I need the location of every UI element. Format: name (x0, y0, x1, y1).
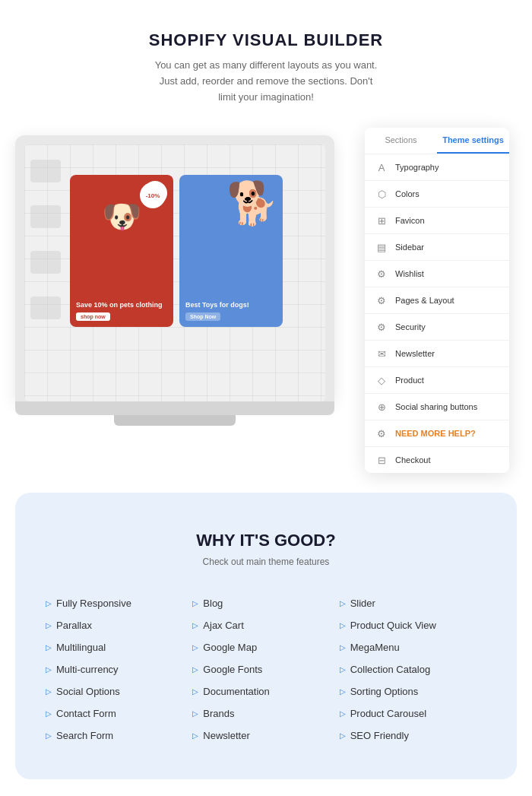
why-subtitle: Check out main theme features (46, 557, 486, 567)
laptop-base (15, 401, 334, 415)
bullet-icon: ▷ (46, 621, 52, 630)
bullet-icon: ▷ (46, 687, 52, 696)
feature-google-fonts: ▷ Google Fonts (192, 664, 339, 675)
why-title: WHY IT'S GOOD? (46, 531, 486, 550)
bullet-icon: ▷ (340, 687, 346, 696)
feature-col-3: ▷ Slider ▷ Product Quick View ▷ MegaMenu… (340, 598, 486, 741)
newsletter-icon: ✉ (375, 347, 388, 360)
feature-label: Multilingual (56, 642, 106, 653)
panel-label-typography: Typography (395, 163, 439, 172)
panel-label-favicon: Favicon (395, 216, 425, 225)
tab-sections[interactable]: Sections (365, 128, 437, 154)
panel-item-product[interactable]: ◇ Product (365, 367, 509, 394)
bullet-icon: ▷ (192, 643, 198, 652)
panel-tabs: Sections Theme settings (365, 128, 509, 154)
builder-visual: -10% 🐶 Save 10% on pets clothing shop no… (0, 128, 532, 477)
feature-newsletter: ▷ Newsletter (192, 730, 339, 741)
feature-label: Slider (350, 598, 375, 609)
feature-slider: ▷ Slider (340, 598, 486, 609)
panel-label-help: NEED MORE HELP? (395, 429, 476, 438)
feature-multilingual: ▷ Multilingual (46, 642, 192, 653)
badge-discount: -10% (140, 182, 166, 208)
panel-item-typography[interactable]: A Typography (365, 154, 509, 181)
panel-label-security: Security (395, 322, 426, 331)
bullet-icon: ▷ (46, 731, 52, 740)
feature-label: Blog (203, 598, 223, 609)
favicon-icon: ⊞ (375, 214, 388, 227)
social-icon: ⊕ (375, 401, 388, 413)
laptop-stand (114, 415, 236, 426)
feature-parallax: ▷ Parallax (46, 620, 192, 631)
feature-product-carousel: ▷ Product Carousel (340, 708, 486, 719)
panel-item-wishlist[interactable]: ⚙ Wishlist (365, 261, 509, 287)
bullet-icon: ▷ (46, 643, 52, 652)
tab-theme-settings[interactable]: Theme settings (437, 128, 509, 154)
feature-product-quick-view: ▷ Product Quick View (340, 620, 486, 631)
panel-label-colors: Colors (395, 189, 420, 198)
bullet-icon: ▷ (46, 599, 52, 607)
feature-label: Contact Form (56, 708, 116, 719)
panel-item-checkout[interactable]: ⊟ Checkout (365, 447, 509, 473)
feature-seo-friendly: ▷ SEO Friendly (340, 730, 486, 741)
bullet-icon: ▷ (340, 643, 346, 652)
feature-label: Social Options (56, 686, 120, 697)
panel-item-help[interactable]: ⚙ NEED MORE HELP? (365, 420, 509, 447)
feature-label: Product Quick View (350, 620, 436, 631)
panel-label-sidebar: Sidebar (395, 243, 424, 252)
feature-label: Newsletter (203, 730, 249, 741)
feature-col-2: ▷ Blog ▷ Ajax Cart ▷ Google Map ▷ Google… (192, 598, 339, 741)
feature-collection-catalog: ▷ Collection Catalog (340, 664, 486, 675)
feature-label: Parallax (56, 620, 92, 631)
pages-icon: ⚙ (375, 294, 388, 306)
panel-item-social[interactable]: ⊕ Social sharing buttons (365, 394, 509, 420)
panel-label-wishlist: Wishlist (395, 269, 424, 278)
feature-label: Multi-currency (56, 664, 119, 675)
panel-item-sidebar[interactable]: ▤ Sidebar (365, 234, 509, 261)
panel-item-colors[interactable]: ⬡ Colors (365, 181, 509, 208)
feature-label: Collection Catalog (350, 664, 431, 675)
laptop-screen-inner: -10% 🐶 Save 10% on pets clothing shop no… (24, 144, 325, 401)
placeholder-block-3 (30, 251, 61, 274)
bullet-icon: ▷ (340, 709, 346, 718)
panel-item-security[interactable]: ⚙ Security (365, 314, 509, 341)
feature-google-map: ▷ Google Map (192, 642, 339, 653)
placeholder-block-4 (30, 297, 61, 319)
wishlist-icon: ⚙ (375, 268, 388, 280)
main-subtitle: You can get as many different layouts as… (152, 58, 380, 105)
panel-item-newsletter[interactable]: ✉ Newsletter (365, 341, 509, 367)
features-grid: ▷ Fully Responsive ▷ Parallax ▷ Multilin… (46, 598, 486, 741)
feature-label: Google Fonts (203, 664, 262, 675)
top-section: SHOPIFY VISUAL BUILDER You can get as ma… (0, 0, 532, 128)
bullet-icon: ▷ (192, 621, 198, 630)
placeholder-block-1 (30, 160, 61, 182)
feature-label: SEO Friendly (350, 730, 409, 741)
feature-label: Fully Responsive (56, 598, 131, 609)
panel-item-pages[interactable]: ⚙ Pages & Layout (365, 287, 509, 314)
feature-social-options: ▷ Social Options (46, 686, 192, 697)
card-blue-button[interactable]: Shop Now (185, 312, 220, 321)
panel-label-social: Social sharing buttons (395, 402, 477, 411)
placeholder-block-2 (30, 205, 61, 228)
help-icon: ⚙ (375, 427, 388, 439)
laptop-mockup: -10% 🐶 Save 10% on pets clothing shop no… (15, 135, 334, 447)
feature-label: Search Form (56, 730, 113, 741)
sidebar-icon: ▤ (375, 241, 388, 253)
settings-panel: Sections Theme settings A Typography ⬡ C… (365, 128, 509, 473)
panel-label-newsletter: Newsletter (395, 349, 435, 358)
bullet-icon: ▷ (340, 731, 346, 740)
bullet-icon: ▷ (340, 665, 346, 674)
security-icon: ⚙ (375, 321, 388, 333)
feature-sorting-options: ▷ Sorting Options (340, 686, 486, 697)
bullet-icon: ▷ (192, 731, 198, 740)
feature-col-1: ▷ Fully Responsive ▷ Parallax ▷ Multilin… (46, 598, 192, 741)
panel-item-favicon[interactable]: ⊞ Favicon (365, 208, 509, 234)
card-red: -10% 🐶 Save 10% on pets clothing shop no… (70, 175, 173, 327)
bullet-icon: ▷ (192, 687, 198, 696)
card-blue-title: Best Toys for dogs! (185, 301, 277, 310)
bottom-section: WHY IT'S GOOD? Check out main theme feat… (15, 493, 517, 779)
card-red-button[interactable]: shop now (76, 312, 110, 321)
bullet-icon: ▷ (46, 665, 52, 674)
feature-brands: ▷ Brands (192, 708, 339, 719)
feature-fully-responsive: ▷ Fully Responsive (46, 598, 192, 609)
panel-label-checkout: Checkout (395, 455, 430, 465)
